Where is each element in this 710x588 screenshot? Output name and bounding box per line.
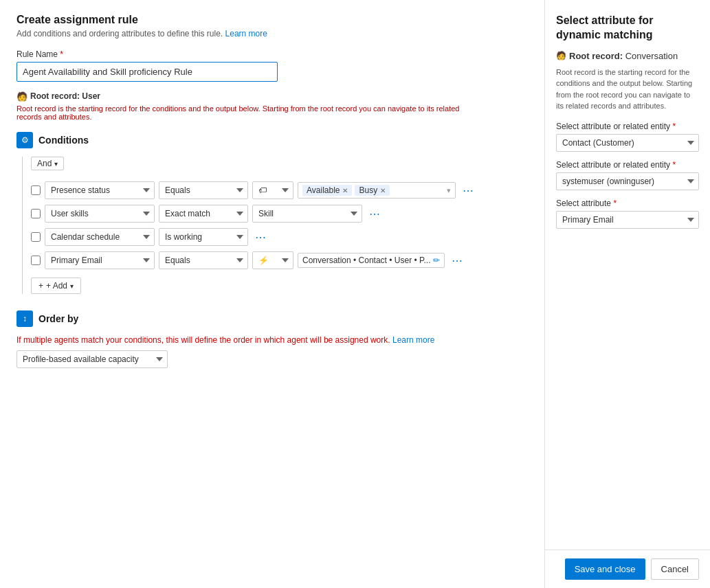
table-row: Calendar schedule Is working ⋯ xyxy=(31,228,528,246)
order-by-icon: ↕ xyxy=(16,310,33,327)
and-badge[interactable]: And ▾ xyxy=(31,157,64,170)
and-connector: And ▾ xyxy=(31,157,528,176)
person-icon: 🧑 xyxy=(556,51,566,60)
side-attr-label-1: Select attribute or related entity xyxy=(556,122,699,131)
plus-icon: + xyxy=(38,281,43,291)
row4-field-select[interactable]: Primary Email xyxy=(45,251,155,269)
conditions-icon: ⚙ xyxy=(16,132,33,148)
chevron-down-icon: ▾ xyxy=(447,186,451,195)
side-panel: Select attribute for dynamic matching 🧑 … xyxy=(545,0,710,588)
row2-field-select[interactable]: User skills xyxy=(45,205,155,223)
root-record-desc: Root record is the starting record for t… xyxy=(16,104,484,121)
order-learn-more-link[interactable]: Learn more xyxy=(392,335,434,345)
tag-available: Available ✕ xyxy=(302,185,352,196)
row1-more-options[interactable]: ⋯ xyxy=(460,184,476,197)
chevron-down-icon: ▾ xyxy=(54,160,58,168)
row2-value-select[interactable]: Skill xyxy=(252,205,362,223)
row4-checkbox[interactable] xyxy=(31,256,41,265)
footer-buttons: Save and close Cancel xyxy=(545,550,710,588)
side-entity-select-1[interactable]: Contact (Customer) xyxy=(556,134,699,152)
row2-checkbox[interactable] xyxy=(31,209,41,218)
side-panel-title: Select attribute for dynamic matching xyxy=(556,14,699,43)
rule-name-input[interactable] xyxy=(16,62,278,82)
add-condition-button[interactable]: + + Add ▾ xyxy=(31,278,81,294)
page-title: Create assignment rule xyxy=(16,14,528,26)
order-by-title: Order by xyxy=(38,313,78,324)
order-by-desc: If multiple agents match your conditions… xyxy=(16,335,484,345)
row1-type-select[interactable]: 🏷 xyxy=(252,181,293,199)
subtitle: Add conditions and ordering attributes t… xyxy=(16,29,528,38)
edit-icon[interactable]: ✏ xyxy=(433,256,440,265)
table-row: Primary Email Equals ⚡ Conversation • Co… xyxy=(31,251,528,269)
side-entity-select-2[interactable]: systemuser (owninguser) xyxy=(556,172,699,190)
conditions-title: Conditions xyxy=(38,135,89,146)
order-by-header: ↕ Order by xyxy=(16,310,528,327)
row4-more-options[interactable]: ⋯ xyxy=(449,254,465,267)
main-panel: Create assignment rule Add conditions an… xyxy=(0,0,545,588)
side-root-desc: Root record is the starting record for t… xyxy=(556,67,699,112)
save-and-close-button[interactable]: Save and close xyxy=(565,558,645,580)
tag-busy: Busy ✕ xyxy=(355,185,390,196)
root-record-section: 🧑 Root record: User xyxy=(16,91,528,102)
remove-busy-icon[interactable]: ✕ xyxy=(380,187,386,194)
row2-more-options[interactable]: ⋯ xyxy=(366,207,383,220)
row3-more-options[interactable]: ⋯ xyxy=(252,231,269,244)
remove-available-icon[interactable]: ✕ xyxy=(342,187,348,194)
row1-field-select[interactable]: Presence status xyxy=(45,181,155,199)
row4-operator-select[interactable]: Equals xyxy=(159,251,248,269)
cancel-button[interactable]: Cancel xyxy=(651,558,699,580)
rule-name-label: Rule Name xyxy=(16,49,528,59)
conditions-area: And ▾ Presence status Equals 🏷 Available… xyxy=(22,157,528,294)
row3-operator-select[interactable]: Is working xyxy=(159,228,248,246)
row4-link-text: Conversation • Contact • User • P... xyxy=(302,256,430,265)
row1-value-field: Available ✕ Busy ✕ ▾ xyxy=(298,182,456,199)
row1-checkbox[interactable] xyxy=(31,185,41,195)
side-attr-select[interactable]: Primary Email xyxy=(556,211,699,229)
learn-more-link[interactable]: Learn more xyxy=(225,29,267,38)
side-root-record: 🧑 Root record: Conversation xyxy=(556,51,699,61)
row4-value-field: Conversation • Contact • User • P... ✏ xyxy=(298,253,445,268)
row3-checkbox[interactable] xyxy=(31,232,41,242)
row2-operator-select[interactable]: Exact match xyxy=(159,205,248,223)
side-attr-label-2: Select attribute or related entity xyxy=(556,160,699,170)
table-row: User skills Exact match Skill ⋯ xyxy=(31,205,528,223)
chevron-down-icon: ▾ xyxy=(70,282,74,290)
table-row: Presence status Equals 🏷 Available ✕ Bus… xyxy=(31,181,528,199)
row1-operator-select[interactable]: Equals xyxy=(159,181,248,199)
order-by-section: ↕ Order by If multiple agents match your… xyxy=(16,310,528,368)
user-icon: 🧑 xyxy=(16,91,27,102)
row3-field-select[interactable]: Calendar schedule xyxy=(45,228,155,246)
conditions-section-header: ⚙ Conditions xyxy=(16,132,528,148)
side-root-text: Root record: Conversation xyxy=(569,51,678,61)
order-by-select[interactable]: Profile-based available capacity xyxy=(16,350,168,368)
side-attr-label-3: Select attribute xyxy=(556,199,699,208)
row4-type-select[interactable]: ⚡ xyxy=(252,251,293,269)
